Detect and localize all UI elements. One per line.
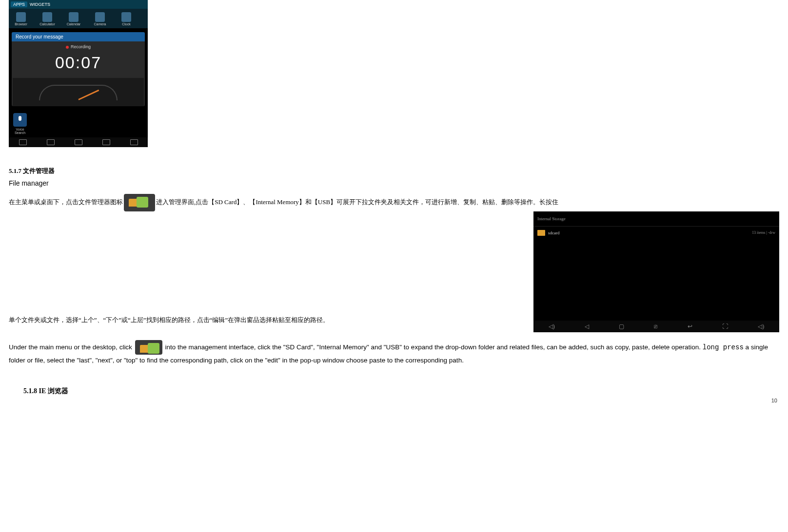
section-517-zh: 在主菜单或桌面下，点击文件管理器图标进入管理界面,点击【SD Card】、【In… bbox=[9, 194, 779, 326]
folder-icon bbox=[537, 230, 545, 236]
mic-icon bbox=[13, 113, 27, 127]
section-517-heading: 5.1.7 文件管理器 bbox=[9, 167, 779, 175]
file-manager-icon bbox=[124, 194, 155, 211]
tab-apps: APPS bbox=[11, 1, 27, 7]
app-browser: Browser bbox=[11, 12, 31, 26]
fm-header: Internal Storage bbox=[533, 211, 779, 227]
fm-item-sdcard: sdcard 13 items | -drw bbox=[533, 227, 779, 239]
app-calculator: Calculator bbox=[37, 12, 58, 26]
voice-search-app: Voice Search bbox=[12, 113, 28, 134]
vu-meter bbox=[13, 78, 144, 106]
nav-expand-icon: ⛶ bbox=[722, 321, 728, 332]
section-517-subtitle: File manager bbox=[9, 179, 779, 187]
recorder-status: Recording bbox=[12, 41, 145, 50]
recorder-title: Record your message bbox=[12, 32, 145, 41]
tab-widgets: WIDGETS bbox=[30, 2, 50, 7]
nav-back-icon: ◁ bbox=[585, 321, 589, 332]
recorder-screenshot: APPS WIDGETS Browser Calculator Calendar… bbox=[9, 0, 148, 147]
zh-text-after: 进入管理界面,点击【SD Card】、【Internal Memory】和【US… bbox=[156, 198, 558, 206]
page-number: 10 bbox=[771, 398, 777, 403]
nav-vol-icon: ◁) bbox=[549, 321, 555, 332]
recorder-time: 00:07 bbox=[12, 50, 145, 77]
android-tabs: APPS WIDGETS bbox=[9, 0, 148, 9]
nav-home-icon: ▢ bbox=[619, 321, 624, 332]
recorder-window: Record your message Recording 00:07 bbox=[12, 32, 145, 106]
en-after: into the management interface, click the… bbox=[163, 343, 703, 351]
fm-navbar: ◁) ◁ ▢ ⎚ ↩ ⛶ ◁) bbox=[533, 321, 779, 332]
en-before: Under the main menu or the desktop, clic… bbox=[9, 343, 134, 351]
nav-vol2-icon: ◁) bbox=[758, 321, 764, 332]
app-strip: Browser Calculator Calendar Camera Clock bbox=[9, 9, 148, 28]
zh-line2: 单个文件夹或文件，选择“上个”、“下个”或“上层”找到相应的路径，点击“编辑”在… bbox=[9, 316, 329, 323]
file-manager-screenshot: Internal Storage sdcard 13 items | -drw … bbox=[533, 211, 779, 332]
nav-return-icon: ↩ bbox=[688, 321, 692, 332]
en-longpress: long press bbox=[703, 343, 744, 351]
section-517-en: Under the main menu or the desktop, clic… bbox=[9, 340, 779, 366]
nav-recent-icon: ⎚ bbox=[654, 321, 657, 332]
app-clock: Clock bbox=[116, 12, 137, 26]
android-navbar bbox=[9, 137, 148, 147]
app-camera: Camera bbox=[90, 12, 110, 26]
section-518-heading: 5.1.8 IE 浏览器 bbox=[23, 387, 779, 396]
file-manager-icon-small bbox=[135, 340, 162, 355]
zh-text-before: 在主菜单或桌面下，点击文件管理器图标 bbox=[9, 198, 123, 206]
app-calendar: Calendar bbox=[63, 12, 84, 26]
